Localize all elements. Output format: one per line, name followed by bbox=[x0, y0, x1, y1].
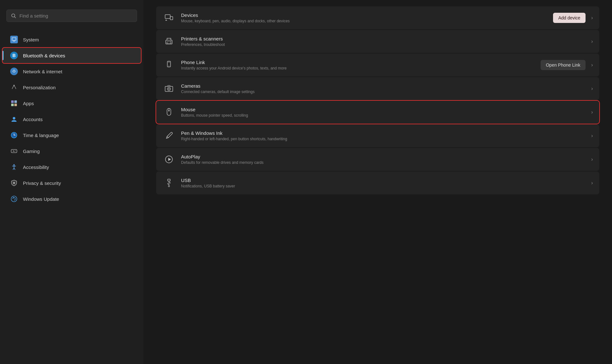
settings-list: Devices Mouse, keyboard, pen, audio, dis… bbox=[156, 6, 599, 194]
chevron-icon-pen: › bbox=[591, 133, 593, 139]
cameras-icon bbox=[163, 82, 175, 95]
settings-item-title-autoplay: AutoPlay bbox=[181, 154, 589, 159]
settings-item-devices[interactable]: Devices Mouse, keyboard, pen, audio, dis… bbox=[156, 6, 599, 29]
svg-point-38 bbox=[168, 110, 170, 111]
sidebar-item-accounts[interactable]: Accounts bbox=[3, 112, 141, 127]
pen-icon bbox=[163, 129, 175, 142]
sidebar-item-accessibility[interactable]: Accessibility bbox=[3, 159, 141, 175]
mouse-icon bbox=[163, 106, 175, 119]
settings-item-title-mouse: Mouse bbox=[181, 107, 589, 112]
update-icon bbox=[10, 195, 18, 203]
settings-item-title-printers: Printers & scanners bbox=[181, 36, 589, 41]
svg-rect-23 bbox=[165, 15, 170, 18]
search-icon bbox=[11, 13, 16, 18]
settings-item-desc-pen: Right-handed or left-handed, pen button … bbox=[181, 137, 589, 141]
settings-item-text-phonelink: Phone Link Instantly access your Android… bbox=[181, 60, 541, 70]
svg-point-35 bbox=[168, 88, 170, 90]
sidebar-item-personalization[interactable]: Personalization bbox=[3, 80, 141, 95]
sidebar-item-label-system: System bbox=[23, 37, 39, 42]
sidebar-item-label-accounts: Accounts bbox=[23, 117, 43, 122]
settings-item-title-usb: USB bbox=[181, 178, 589, 183]
chevron-icon-autoplay: › bbox=[591, 157, 593, 162]
svg-line-39 bbox=[167, 136, 168, 138]
settings-item-desc-autoplay: Defaults for removable drives and memory… bbox=[181, 160, 589, 165]
search-box[interactable] bbox=[6, 10, 137, 22]
chevron-icon-phonelink: › bbox=[591, 62, 593, 68]
svg-rect-41 bbox=[168, 179, 170, 181]
svg-rect-24 bbox=[170, 17, 173, 20]
devices-icon bbox=[163, 11, 175, 24]
svg-point-18 bbox=[15, 150, 16, 151]
settings-item-desc-mouse: Buttons, mouse pointer speed, scrolling bbox=[181, 113, 589, 118]
sidebar-item-label-time: Time & language bbox=[23, 133, 59, 138]
settings-item-text-cameras: Cameras Connected cameras, default image… bbox=[181, 83, 589, 94]
svg-point-6 bbox=[13, 85, 15, 86]
gaming-icon bbox=[10, 147, 18, 155]
settings-item-action-printers: › bbox=[589, 39, 593, 44]
settings-item-cameras[interactable]: Cameras Connected cameras, default image… bbox=[156, 77, 599, 100]
settings-item-desc-phonelink: Instantly access your Android device's p… bbox=[181, 66, 541, 70]
settings-item-action-devices: Add device › bbox=[553, 13, 593, 23]
chevron-icon-mouse: › bbox=[591, 109, 593, 115]
svg-line-1 bbox=[15, 17, 16, 18]
settings-item-title-cameras: Cameras bbox=[181, 83, 589, 89]
settings-item-action-autoplay: › bbox=[589, 157, 593, 162]
sidebar-item-privacy[interactable]: Privacy & security bbox=[3, 175, 141, 191]
usb-icon bbox=[163, 177, 175, 189]
settings-item-text-mouse: Mouse Buttons, mouse pointer speed, scro… bbox=[181, 107, 589, 118]
sidebar-item-bluetooth[interactable]: B Bluetooth & devices bbox=[3, 48, 141, 63]
svg-rect-27 bbox=[166, 40, 172, 44]
add-device-button[interactable]: Add device bbox=[553, 13, 585, 23]
network-icon bbox=[10, 68, 18, 75]
chevron-icon-printers: › bbox=[591, 39, 593, 44]
sidebar-item-apps[interactable]: Apps bbox=[3, 96, 141, 111]
settings-item-action-cameras: › bbox=[589, 86, 593, 91]
settings-item-action-phonelink: Open Phone Link › bbox=[541, 60, 593, 70]
svg-point-5 bbox=[14, 72, 15, 73]
chevron-icon-cameras: › bbox=[591, 86, 593, 91]
settings-item-title-phonelink: Phone Link bbox=[181, 60, 541, 65]
settings-item-title-devices: Devices bbox=[181, 12, 553, 18]
sidebar-item-network[interactable]: Network & internet bbox=[3, 64, 141, 79]
sidebar-item-label-gaming: Gaming bbox=[23, 149, 40, 154]
settings-item-desc-cameras: Connected cameras, default image setting… bbox=[181, 90, 589, 94]
privacy-icon bbox=[10, 179, 18, 187]
settings-item-pen[interactable]: Pen & Windows Ink Right-handed or left-h… bbox=[156, 124, 599, 147]
svg-point-11 bbox=[13, 117, 15, 120]
sidebar-item-time[interactable]: Time & language bbox=[3, 127, 141, 143]
svg-rect-9 bbox=[11, 104, 14, 106]
chevron-icon-usb: › bbox=[591, 180, 593, 186]
sidebar-item-gaming[interactable]: Gaming bbox=[3, 143, 141, 159]
chevron-icon-devices: › bbox=[591, 15, 593, 21]
svg-point-19 bbox=[14, 151, 15, 152]
settings-item-text-autoplay: AutoPlay Defaults for removable drives a… bbox=[181, 154, 589, 165]
sidebar-item-label-accessibility: Accessibility bbox=[23, 164, 49, 170]
settings-item-usb[interactable]: USB Notifications, USB battery saver › bbox=[156, 171, 599, 194]
svg-point-43 bbox=[168, 186, 170, 187]
apps-icon bbox=[10, 99, 18, 107]
svg-point-31 bbox=[169, 66, 169, 66]
search-input[interactable] bbox=[19, 13, 132, 18]
settings-item-desc-printers: Preferences, troubleshoot bbox=[181, 42, 589, 47]
settings-item-title-pen: Pen & Windows Ink bbox=[181, 130, 589, 136]
sidebar: System B Bluetooth & devices Network & i… bbox=[0, 0, 143, 364]
sidebar-item-system[interactable]: System bbox=[3, 32, 141, 47]
svg-rect-8 bbox=[14, 100, 17, 103]
system-icon bbox=[10, 36, 18, 43]
settings-item-text-pen: Pen & Windows Ink Right-handed or left-h… bbox=[181, 130, 589, 141]
settings-item-mouse[interactable]: Mouse Buttons, mouse pointer speed, scro… bbox=[156, 101, 599, 124]
bluetooth-icon: B bbox=[10, 52, 18, 59]
time-icon bbox=[10, 131, 18, 139]
settings-item-desc-devices: Mouse, keyboard, pen, audio, displays an… bbox=[181, 19, 553, 23]
phonelink-icon bbox=[163, 59, 175, 71]
settings-item-autoplay[interactable]: AutoPlay Defaults for removable drives a… bbox=[156, 148, 599, 171]
sidebar-item-update[interactable]: Windows Update bbox=[3, 191, 141, 207]
open-phone-link-button[interactable]: Open Phone Link bbox=[541, 60, 585, 70]
settings-item-printers[interactable]: Printers & scanners Preferences, trouble… bbox=[156, 30, 599, 53]
settings-item-text-printers: Printers & scanners Preferences, trouble… bbox=[181, 36, 589, 47]
settings-item-phonelink[interactable]: Phone Link Instantly access your Android… bbox=[156, 54, 599, 76]
svg-rect-7 bbox=[11, 100, 14, 103]
accessibility-icon bbox=[10, 163, 18, 171]
autoplay-icon bbox=[163, 153, 175, 166]
settings-item-desc-usb: Notifications, USB battery saver bbox=[181, 184, 589, 188]
